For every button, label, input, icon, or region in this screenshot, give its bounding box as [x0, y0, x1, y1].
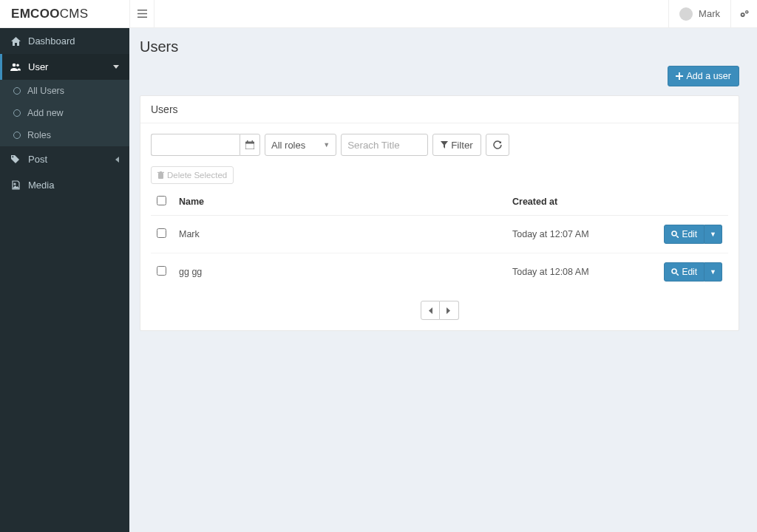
chevron-left-icon [428, 307, 432, 314]
chevron-right-icon [447, 307, 451, 314]
svg-point-16 [672, 269, 676, 273]
edit-group: Edit ▼ [664, 262, 722, 282]
table-header-row: Name Created at [151, 188, 728, 216]
roles-select[interactable]: All roles ▼ [265, 134, 336, 156]
sidebar-item-add-new[interactable]: Add new [0, 102, 129, 124]
panel-body: All roles ▼ Filter [140, 123, 739, 330]
circle-icon [13, 109, 21, 117]
sidebar-user-submenu: All Users Add new Roles [0, 80, 129, 146]
sidebar-item-post[interactable]: Post [0, 146, 129, 172]
select-all-checkbox[interactable] [157, 196, 166, 205]
sidebar: Dashboard User All Users Add new Roles P… [0, 28, 129, 532]
pager-next[interactable] [440, 301, 459, 320]
file-image-icon [10, 180, 21, 190]
settings-button[interactable] [730, 0, 757, 27]
circle-icon [13, 132, 21, 139]
edit-dropdown[interactable]: ▼ [705, 225, 722, 244]
col-actions [647, 188, 728, 216]
edit-button[interactable]: Edit [664, 225, 705, 244]
add-user-label: Add a user [687, 71, 731, 81]
sidebar-post-label: Post [28, 154, 47, 165]
svg-point-7 [14, 183, 16, 185]
gears-icon [739, 9, 750, 18]
row-checkbox[interactable] [157, 228, 166, 238]
search-input[interactable] [341, 134, 428, 156]
search-icon [671, 231, 679, 238]
svg-point-4 [13, 64, 16, 67]
svg-rect-11 [252, 140, 254, 143]
search-icon [671, 268, 679, 276]
panel-title: Users [140, 96, 739, 123]
brand-logo[interactable]: EMCOOCMS [0, 0, 129, 28]
sidebar-add-new-label: Add new [27, 108, 64, 118]
sidebar-item-user[interactable]: User [0, 54, 129, 80]
table-row: gg gg Today at 12:08 AM Edit [151, 253, 728, 291]
circle-icon [13, 87, 21, 95]
delete-selected-button[interactable]: Delete Selected [151, 166, 234, 184]
caret-down-icon: ▼ [710, 231, 716, 238]
brand-bold: EMCOO [11, 7, 60, 21]
add-user-button[interactable]: Add a user [668, 66, 739, 86]
filter-icon [441, 141, 448, 149]
col-check [151, 188, 173, 216]
date-input[interactable] [151, 134, 240, 156]
header-spacer [155, 0, 668, 27]
row-checkbox[interactable] [157, 266, 166, 276]
sidebar-user-label: User [28, 61, 48, 72]
row-name: Mark [173, 216, 506, 253]
svg-rect-9 [245, 142, 254, 144]
pager [151, 301, 728, 320]
tags-icon [10, 155, 21, 164]
row-name: gg gg [173, 253, 506, 291]
caret-down-icon: ▼ [710, 268, 716, 276]
row-created: Today at 12:08 AM [506, 253, 647, 291]
chevron-left-icon [115, 157, 119, 163]
chevron-down-icon [113, 65, 119, 69]
calendar-icon [245, 140, 254, 149]
filter-label: Filter [451, 140, 473, 151]
sidebar-all-users-label: All Users [27, 86, 64, 96]
pager-prev[interactable] [421, 301, 440, 320]
sidebar-item-all-users[interactable]: All Users [0, 80, 129, 102]
sidebar-item-dashboard[interactable]: Dashboard [0, 28, 129, 54]
refresh-icon [493, 140, 502, 149]
table-row: Mark Today at 12:07 AM Edit [151, 216, 728, 253]
plus-icon [676, 72, 683, 80]
delete-selected-label: Delete Selected [167, 171, 227, 180]
edit-label: Edit [682, 267, 697, 277]
edit-button[interactable]: Edit [664, 262, 705, 282]
svg-point-6 [12, 156, 13, 157]
users-icon [10, 63, 21, 71]
svg-point-5 [16, 64, 19, 67]
sidebar-item-media[interactable]: Media [0, 172, 129, 198]
col-name: Name [173, 188, 506, 216]
svg-rect-14 [160, 171, 162, 172]
roles-select-value: All roles [271, 140, 305, 151]
svg-rect-12 [158, 173, 163, 179]
top-header: EMCOOCMS Mark [0, 0, 757, 28]
svg-point-15 [672, 231, 676, 236]
edit-dropdown[interactable]: ▼ [705, 262, 722, 282]
brand-light: CMS [60, 7, 89, 21]
sidebar-dashboard-label: Dashboard [28, 35, 75, 47]
trash-icon [157, 171, 164, 179]
svg-rect-10 [247, 140, 248, 143]
page-title: Users [140, 38, 739, 55]
sidebar-item-roles[interactable]: Roles [0, 124, 129, 146]
add-user-row: Add a user [140, 66, 739, 86]
sidebar-roles-label: Roles [27, 130, 51, 140]
svg-point-2 [741, 14, 743, 16]
sidebar-toggle-button[interactable] [129, 0, 155, 27]
date-picker-button[interactable] [240, 134, 260, 156]
sidebar-media-label: Media [28, 180, 54, 191]
refresh-button[interactable] [486, 134, 509, 156]
user-name: Mark [699, 8, 720, 19]
user-menu[interactable]: Mark [668, 0, 730, 27]
users-panel: Users All roles ▼ [140, 95, 739, 331]
svg-point-3 [746, 11, 747, 13]
hamburger-icon [137, 10, 147, 18]
filter-button[interactable]: Filter [432, 134, 481, 156]
row-created: Today at 12:07 AM [506, 216, 647, 253]
home-icon [10, 37, 21, 46]
edit-group: Edit ▼ [664, 225, 722, 244]
